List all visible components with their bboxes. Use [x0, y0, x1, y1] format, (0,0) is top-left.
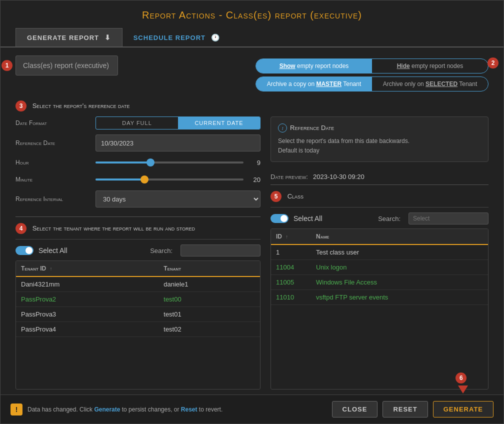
show-label-bold: Show — [280, 62, 296, 70]
class-id-col-label: ID — [276, 233, 282, 240]
class-row-id: 11004 — [271, 260, 311, 275]
classes-toggle-knob — [280, 215, 288, 222]
top-row: 1 2 Show empty report nodes Hide empty — [16, 56, 488, 92]
step-4-number: 4 — [16, 223, 26, 234]
tenants-search-input[interactable] — [180, 244, 260, 256]
date-preview-value: 2023-10-30 09:20 — [313, 173, 364, 180]
tenants-toggle-switch[interactable] — [16, 246, 34, 255]
date-preview-row: Date preview: 2023-10-30 09:20 — [270, 173, 488, 180]
info-box: i Reference Date Select the report's dat… — [270, 116, 488, 162]
divider — [16, 216, 260, 217]
class-name-col-label: Name — [316, 233, 329, 240]
date-preview-label: Date preview: — [270, 173, 308, 180]
report-name-input[interactable] — [16, 56, 118, 76]
reset-button[interactable]: Reset — [382, 401, 428, 418]
modal-title: Report Actions - Class(es) report (execu… — [0, 0, 504, 28]
tenant-row[interactable]: Dani4321mmdaniele1 — [16, 276, 260, 292]
class-row-id: 1 — [271, 244, 311, 260]
close-button[interactable]: Close — [332, 401, 378, 418]
tenants-toggle-knob — [26, 247, 32, 254]
tenant-row[interactable]: PassProva2test00 — [16, 292, 260, 307]
class-row[interactable]: 11010vsftpd FTP server events — [271, 290, 488, 305]
generate-wrapper: 6 Generate — [433, 401, 494, 418]
step3-header: 3 Select the report's reference date — [16, 100, 488, 112]
class-name-col-header: Name — [311, 229, 488, 244]
tenant-row-id: PassProva4 — [16, 322, 158, 337]
tenant-name-col-header: Tenant — [158, 261, 260, 276]
tenants-table-container: Tenant ID ↑ Tenant Dani4321mmdaniele1Pas… — [16, 260, 260, 390]
red-arrow-down — [458, 386, 468, 394]
modal-container: Report Actions - Class(es) report (execu… — [0, 0, 504, 424]
step-3-number: 3 — [16, 100, 26, 112]
tenant-row-id: PassProva3 — [16, 307, 158, 322]
archive-toggle: Archive a copy on MASTER Tenant Archive … — [256, 76, 488, 92]
reference-date-label: Reference Date — [16, 140, 96, 146]
footer-info-icon: ! — [10, 404, 22, 416]
step5-label: Class — [288, 192, 304, 200]
classes-search-label: Search: — [378, 215, 400, 222]
tenant-id-col-label: Tenant ID — [21, 265, 46, 272]
step-5-number: 5 — [270, 191, 282, 202]
tabs-row: Generate Report ⬇ Schedule Report 🕐 — [0, 28, 504, 48]
download-icon: ⬇ — [104, 34, 111, 42]
class-row-id: 11010 — [271, 290, 311, 305]
date-format-row: Date Format Day Full Current Date — [16, 116, 260, 130]
reference-interval-control: 30 days 7 days 14 days 60 days 90 days — [96, 190, 260, 208]
minute-slider-container: 20 — [96, 174, 260, 186]
info-box-line2: Default is today — [278, 146, 481, 156]
tenants-select-all-row: Select All Search: — [16, 244, 260, 256]
tenant-row-id: PassProva2 — [16, 292, 158, 307]
classes-select-all-row: Select All Search: — [270, 212, 488, 224]
archive-selected-btn[interactable]: Archive only on SELECTED Tenant — [372, 77, 488, 91]
day-full-btn[interactable]: Day Full — [96, 117, 178, 129]
class-id-col-header: ID ↑ — [271, 229, 311, 244]
hour-slider-thumb[interactable] — [146, 158, 154, 166]
class-row[interactable]: 11004Unix logon — [271, 260, 488, 275]
info-box-title: Reference Date — [290, 123, 334, 134]
hide-empty-nodes-btn[interactable]: Hide empty report nodes — [372, 59, 488, 73]
info-box-line1: Select the report's data from this date … — [278, 136, 481, 146]
classes-tbody: 1Test class user11004Unix logon11005Wind… — [271, 244, 488, 305]
empty-nodes-toggle: Show empty report nodes Hide empty repor… — [256, 58, 488, 74]
classes-search-input[interactable] — [408, 212, 488, 224]
class-row-name: Test class user — [311, 244, 488, 260]
hour-slider-track — [96, 162, 244, 164]
tenants-select-all-label: Select All — [38, 246, 68, 254]
tenant-row-name: test00 — [158, 292, 260, 307]
current-date-btn[interactable]: Current Date — [178, 117, 260, 129]
reference-date-input[interactable] — [96, 134, 260, 152]
class-id-sort-icon[interactable]: ↑ — [286, 234, 288, 240]
reference-interval-select[interactable]: 30 days 7 days 14 days 60 days 90 days — [96, 190, 260, 208]
generate-link[interactable]: Generate — [94, 406, 120, 413]
step3-label: Select the report's reference date — [32, 102, 130, 110]
minute-slider-thumb[interactable] — [140, 176, 148, 184]
reference-date-row: Reference Date — [16, 134, 260, 152]
content-area: 1 2 Show empty report nodes Hide empty — [0, 48, 504, 394]
class-row-name: Unix logon — [311, 260, 488, 275]
classes-table: ID ↑ Name 1Test class user11004Unix logo… — [271, 229, 488, 305]
reference-interval-row: Reference Interval 30 days 7 days 14 day… — [16, 190, 260, 208]
show-empty-nodes-btn[interactable]: Show empty report nodes — [256, 59, 372, 73]
hour-slider-container: 9 — [96, 156, 260, 168]
minute-slider-fill — [96, 178, 144, 180]
reset-link[interactable]: Reset — [181, 406, 198, 413]
classes-section: Select All Search: ID ↑ — [270, 207, 488, 390]
tenant-row[interactable]: PassProva4test02 — [16, 322, 260, 337]
minute-slider-track — [96, 178, 244, 180]
hour-row: Hour 9 — [16, 156, 260, 168]
tab-generate-label: Generate Report — [27, 34, 99, 42]
tenant-row-name: daniele1 — [158, 276, 260, 292]
archive-master-btn[interactable]: Archive a copy on MASTER Tenant — [256, 77, 372, 91]
info-title: i Reference Date — [278, 123, 481, 134]
tenant-id-sort-icon[interactable]: ↑ — [50, 266, 52, 272]
tab-generate[interactable]: Generate Report ⬇ — [16, 28, 122, 46]
class-row[interactable]: 11005Windows File Access — [271, 275, 488, 290]
hour-value: 9 — [248, 159, 260, 166]
tab-schedule[interactable]: Schedule Report 🕐 — [122, 28, 231, 46]
class-row[interactable]: 1Test class user — [271, 244, 488, 260]
classes-header-row: ID ↑ Name — [271, 229, 488, 244]
generate-button[interactable]: Generate — [433, 401, 494, 418]
tenants-header-row: Tenant ID ↑ Tenant — [16, 261, 260, 276]
tenant-row[interactable]: PassProva3test01 — [16, 307, 260, 322]
classes-toggle-switch[interactable] — [270, 214, 288, 223]
